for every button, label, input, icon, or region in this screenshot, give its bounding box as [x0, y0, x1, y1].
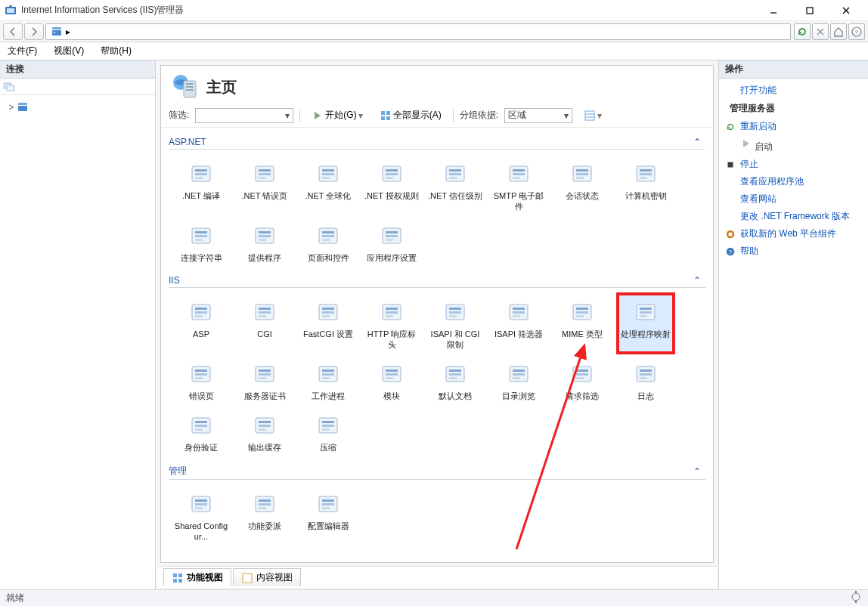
tree-root-node[interactable]: > — [3, 100, 152, 115]
filter-label: 筛选: — [169, 109, 189, 122]
feature-item[interactable]: ASP — [173, 294, 229, 353]
feature-item[interactable]: .NET 全球化 — [300, 156, 356, 215]
minimize-button[interactable] — [756, 2, 791, 19]
feature-icon — [631, 359, 661, 389]
menu-help[interactable]: 帮助(H) — [96, 43, 136, 59]
action-start[interactable]: 启动 — [725, 137, 862, 154]
caret-icon[interactable]: > — [6, 102, 17, 113]
view-mode-button[interactable]: ▾ — [578, 107, 607, 124]
feature-item[interactable]: 提供程序 — [237, 218, 293, 266]
feature-label: 模块 — [383, 391, 400, 401]
feature-icon — [631, 159, 661, 189]
feature-item[interactable]: Shared Configur... — [173, 486, 229, 545]
tab-feature-view[interactable]: 功能视图 — [163, 568, 231, 586]
titlebar: Internet Information Services (IIS)管理器 — [0, 0, 868, 21]
feature-label: 身份验证 — [184, 442, 218, 453]
feature-icon — [313, 359, 343, 389]
feature-item[interactable]: 处理程序映射 — [618, 294, 674, 353]
collapse-icon[interactable]: ⌃ — [693, 466, 705, 477]
feature-label: 日志 — [637, 391, 654, 401]
group-header-aspnet[interactable]: ASP.NET ⌃ — [169, 128, 705, 150]
feature-label: 请求筛选 — [566, 391, 599, 401]
action-change-framework[interactable]: 更改 .NET Framework 版本 — [725, 209, 862, 224]
action-restart[interactable]: 重新启动 — [725, 119, 862, 134]
nav-back-button[interactable] — [3, 23, 23, 40]
feature-item[interactable]: .NET 信任级别 — [427, 156, 483, 215]
feature-item[interactable]: 模块 — [364, 356, 420, 404]
tab-content-view[interactable]: 内容视图 — [233, 568, 301, 586]
feature-item[interactable]: 会话状态 — [554, 156, 610, 215]
action-view-apppools[interactable]: 查看应用程序池 — [725, 175, 862, 189]
connections-tree[interactable]: > — [0, 95, 155, 589]
feature-icon — [567, 359, 597, 389]
feature-item[interactable]: 计算机密钥 — [618, 156, 674, 215]
group-management-grid: Shared Configur...功能委派配置编辑器 — [169, 480, 705, 545]
page-title: 主页 — [161, 66, 713, 104]
feature-item[interactable]: CGI — [237, 294, 293, 353]
collapse-icon[interactable]: ⌃ — [693, 137, 705, 147]
feature-item[interactable]: 功能委派 — [237, 486, 293, 545]
nav-forward-button[interactable] — [24, 23, 44, 40]
stop-icon[interactable] — [812, 23, 829, 40]
feature-item[interactable]: ISAPI 和 CGI 限制 — [427, 294, 483, 353]
feature-label: 错误页 — [189, 391, 214, 401]
menu-view[interactable]: 视图(V) — [49, 43, 88, 59]
status-ready: 就绪 — [6, 592, 24, 604]
feature-item[interactable]: FastCGI 设置 — [300, 294, 356, 353]
feature-scroll-area[interactable]: ASP.NET ⌃ .NET 编译.NET 错误页.NET 全球化.NET 授权… — [161, 128, 713, 562]
feature-item[interactable]: 连接字符串 — [173, 218, 229, 266]
feature-item[interactable]: 服务器证书 — [237, 356, 293, 404]
svg-rect-24 — [386, 111, 390, 115]
action-help[interactable]: ? 帮助 — [725, 244, 862, 258]
feature-item[interactable]: 输出缓存 — [237, 407, 293, 456]
feature-item[interactable]: 错误页 — [173, 356, 229, 404]
feature-item[interactable]: 目录浏览 — [491, 356, 547, 404]
actions-list: 打开功能 管理服务器 重新启动 启动 停止 查看应用程序池 查看网站 — [719, 79, 868, 263]
filter-dropdown[interactable]: ▾ — [195, 108, 293, 123]
action-stop[interactable]: 停止 — [725, 157, 862, 172]
feature-icon — [377, 221, 407, 251]
collapse-icon[interactable]: ⌃ — [693, 275, 705, 286]
chevron-down-icon: ▾ — [597, 110, 602, 121]
close-button[interactable] — [829, 2, 863, 19]
feature-item[interactable]: 应用程序设置 — [364, 218, 420, 266]
feature-item[interactable]: 工作进程 — [300, 356, 356, 404]
action-open-feature[interactable]: 打开功能 — [725, 83, 862, 97]
feature-item[interactable]: ISAPI 筛选器 — [491, 294, 547, 353]
refresh-icon[interactable] — [794, 23, 811, 40]
separator — [299, 109, 300, 122]
feature-item[interactable]: 请求筛选 — [554, 356, 610, 404]
feature-item[interactable]: .NET 错误页 — [237, 156, 293, 215]
action-web-platform[interactable]: 获取新的 Web 平台组件 — [725, 227, 862, 241]
page-title-text: 主页 — [206, 79, 237, 95]
feature-item[interactable]: HTTP 响应标头 — [364, 294, 420, 353]
svg-rect-7 — [52, 30, 61, 36]
center-pane: 主页 筛选: ▾ 开始(G) ▾ 全部显示(A) 分组依据: — [156, 60, 718, 589]
start-button[interactable]: 开始(G) ▾ — [306, 107, 367, 124]
action-view-sites[interactable]: 查看网站 — [725, 192, 862, 206]
help-icon[interactable]: ? — [848, 23, 865, 40]
feature-item[interactable]: 配置编辑器 — [300, 486, 356, 545]
feature-item[interactable]: .NET 编译 — [173, 156, 229, 215]
feature-item[interactable]: 日志 — [618, 356, 674, 404]
svg-text:?: ? — [729, 249, 732, 255]
groupby-dropdown[interactable]: 区域 ▾ — [504, 108, 572, 123]
menu-file[interactable]: 文件(F) — [3, 43, 42, 59]
feature-item[interactable]: 页面和控件 — [300, 218, 356, 266]
group-header-iis[interactable]: IIS ⌃ — [169, 266, 705, 288]
feature-item[interactable]: 默认文档 — [427, 356, 483, 404]
feature-item[interactable]: MIME 类型 — [554, 294, 610, 353]
maximize-button[interactable] — [792, 2, 827, 19]
group-header-management[interactable]: 管理 ⌃ — [169, 456, 705, 480]
stop-icon — [725, 159, 736, 169]
feature-item[interactable]: 压缩 — [300, 407, 356, 456]
feature-icon — [440, 159, 470, 189]
feature-item[interactable]: .NET 授权规则 — [364, 156, 420, 215]
connection-tool-icon[interactable] — [3, 81, 15, 93]
feature-item[interactable]: 身份验证 — [173, 407, 229, 456]
showall-button[interactable]: 全部显示(A) — [374, 107, 447, 124]
home-icon[interactable] — [830, 23, 847, 40]
actions-header: 操作 — [719, 60, 868, 79]
feature-item[interactable]: SMTP 电子邮件 — [491, 156, 547, 215]
address-field[interactable]: ▸ — [45, 23, 791, 40]
